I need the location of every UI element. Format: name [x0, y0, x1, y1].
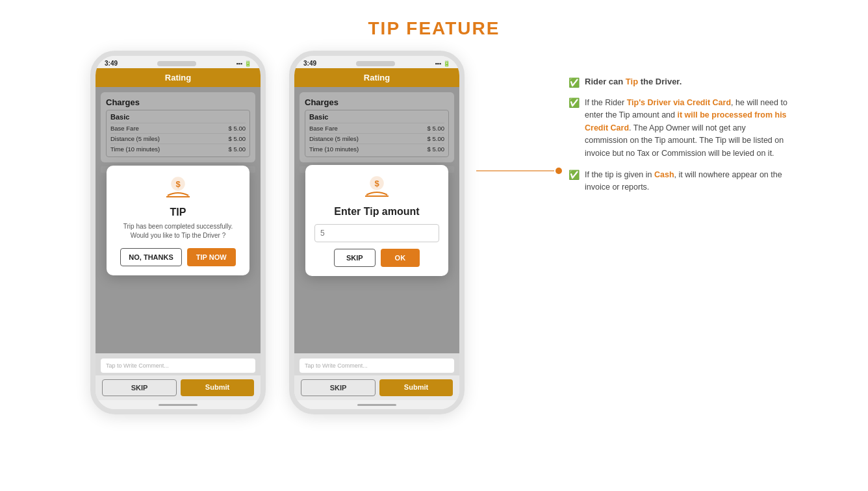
battery-icon: 🔋	[443, 60, 450, 67]
tip-now-button[interactable]: TIP NOW	[187, 248, 236, 266]
phone1-status-right: ▪▪▪ 🔋	[236, 60, 251, 67]
phone1-bottom-area: Tap to Write Comment...	[96, 353, 261, 375]
skip-button[interactable]: SKIP	[334, 249, 376, 267]
phone2-body: Charges Basic Base Fare $ 5.00 Distance …	[294, 87, 459, 353]
phone2-bottom-area: Tap to Write Comment...	[294, 353, 459, 375]
phone2-dialog: $ Enter Tip amount SKIP OK	[305, 165, 448, 276]
phone2-dialog-buttons: SKIP OK	[314, 249, 439, 267]
phone2-header: Rating	[294, 68, 459, 87]
phone-2: 3:49 ▪▪▪ 🔋 Rating Charges Basic Base Far…	[289, 51, 465, 414]
connector-dot	[555, 168, 562, 174]
phone2-footer: SKIP Submit	[294, 375, 459, 400]
phone2-home-bar	[294, 400, 459, 409]
phone2-notch	[356, 61, 395, 66]
check-icon-3: ✅	[568, 170, 580, 180]
info-text-3: If the tip is given in Cash, it will now…	[585, 169, 789, 194]
tip-amount-input[interactable]	[314, 224, 439, 242]
phone1-submit-button[interactable]: Submit	[181, 379, 254, 396]
svg-text:$: $	[175, 179, 181, 189]
phone1-dialog-desc: Trip has been completed successfully. Wo…	[116, 222, 240, 240]
home-bar-line	[159, 404, 198, 406]
phone2-status-bar: 3:49 ▪▪▪ 🔋	[294, 56, 459, 68]
phone2-comment[interactable]: Tap to Write Comment...	[300, 359, 454, 373]
phone2-time: 3:49	[303, 60, 316, 67]
battery-icon: 🔋	[244, 60, 251, 67]
ok-button[interactable]: OK	[381, 249, 420, 267]
info-text-1: Rider can Tip the Driver.	[585, 77, 682, 86]
info-panel: ✅ Rider can Tip the Driver. ✅ If the Rid…	[568, 51, 789, 203]
tip-icon-2: $	[314, 175, 439, 203]
connector-info-area: ✅ Rider can Tip the Driver. ✅ If the Rid…	[476, 51, 789, 203]
phone2-dialog-title: Enter Tip amount	[314, 206, 439, 218]
check-icon-1: ✅	[568, 77, 580, 88]
phone2-skip-button[interactable]: SKIP	[301, 379, 376, 396]
connector-line	[476, 170, 554, 171]
svg-text:$: $	[374, 179, 379, 188]
connector	[476, 168, 562, 174]
home-bar-line-2	[357, 404, 396, 406]
info-item-1: ✅ Rider can Tip the Driver.	[568, 77, 789, 88]
phone1-time: 3:49	[105, 60, 118, 67]
no-thanks-button[interactable]: NO, THANKS	[120, 248, 181, 266]
info-item-3: ✅ If the tip is given in Cash, it will n…	[568, 169, 789, 194]
page-title: TIP FEATURE	[368, 18, 500, 39]
phone1-dialog-buttons: NO, THANKS TIP NOW	[116, 248, 240, 266]
phone-1: 3:49 ▪▪▪ 🔋 Rating Charges Basic Base Far…	[90, 51, 266, 414]
check-icon-2: ✅	[568, 97, 580, 108]
phone1-skip-button[interactable]: SKIP	[102, 379, 177, 396]
phone1-body: Charges Basic Base Fare $ 5.00 Distance …	[96, 87, 261, 353]
main-content: 3:49 ▪▪▪ 🔋 Rating Charges Basic Base Far…	[0, 51, 868, 414]
phone1-footer: SKIP Submit	[96, 375, 261, 400]
phone1-comment[interactable]: Tap to Write Comment...	[101, 359, 255, 373]
phone1-home-bar	[96, 400, 261, 409]
phone1-notch	[157, 61, 196, 66]
phone1-dialog-title: TIP	[116, 207, 240, 218]
phone1-dialog-overlay: $ TIP Trip has been completed successful…	[96, 87, 261, 353]
phone1-status-bar: 3:49 ▪▪▪ 🔋	[96, 56, 261, 68]
tip-icon: $	[116, 176, 240, 204]
info-text-2: If the Rider Tip's Driver via Credit Car…	[585, 97, 789, 160]
wifi-icon: ▪▪▪	[435, 60, 441, 67]
phone2-status-right: ▪▪▪ 🔋	[435, 60, 450, 67]
phone2-dialog-overlay: $ Enter Tip amount SKIP OK	[294, 87, 459, 353]
phone1-header: Rating	[96, 68, 261, 87]
info-item-2: ✅ If the Rider Tip's Driver via Credit C…	[568, 97, 789, 160]
wifi-icon: ▪▪▪	[236, 60, 242, 67]
phone2-submit-button[interactable]: Submit	[379, 379, 453, 396]
phone1-dialog: $ TIP Trip has been completed successful…	[107, 166, 249, 275]
